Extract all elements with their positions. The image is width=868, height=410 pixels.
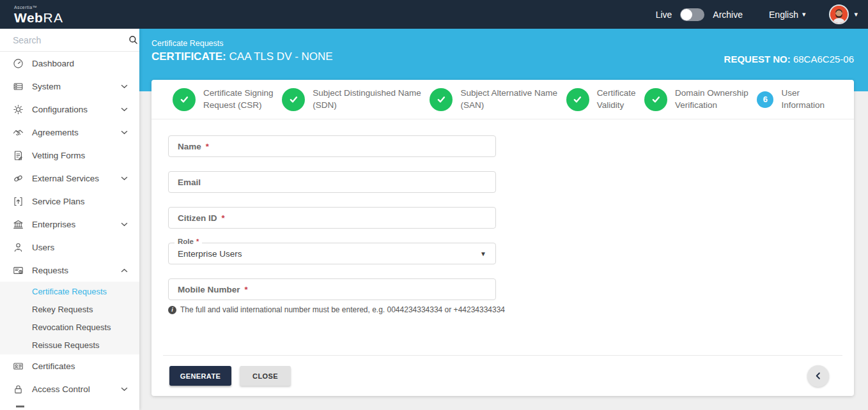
sidebar-search: [0, 29, 139, 52]
sidebar-item-configurations[interactable]: Configurations: [0, 98, 139, 121]
language-selector[interactable]: English ▾: [769, 10, 805, 20]
toggle-knob-icon: [681, 9, 692, 20]
step-label-line2: Information: [781, 100, 825, 112]
submenu-item-label: Reissue Requests: [32, 340, 100, 350]
back-button[interactable]: [807, 365, 829, 387]
request-number-label: REQUEST NO:: [724, 54, 791, 65]
top-navbar: Ascertia™ WebRA Live Archive English ▾: [0, 0, 868, 29]
name-field[interactable]: Name *: [168, 135, 496, 157]
step-domain-ownership[interactable]: Domain Ownership Verification: [644, 87, 748, 112]
email-field[interactable]: Email: [168, 171, 496, 193]
page-title: CERTIFICATE: CAA TLS DV - NONE: [151, 50, 333, 63]
step-label: User Information: [781, 87, 825, 112]
step-user-information[interactable]: 6 User Information: [757, 87, 825, 112]
step-sdn[interactable]: Subject Distinguished Name (SDN): [282, 87, 421, 112]
step-label-line1: Certificate Signing: [203, 87, 274, 100]
sidebar-item-dashboard[interactable]: Dashboard: [0, 52, 139, 75]
required-asterisk: *: [245, 285, 248, 294]
sidebar-item-rekey-requests[interactable]: Rekey Requests: [0, 300, 139, 318]
sidebar-item-label: Service Plans: [32, 197, 85, 206]
sidebar-item-external-services[interactable]: External Services: [0, 167, 139, 190]
sidebar-item-label: Enterprises: [32, 220, 75, 229]
sidebar-item-vetting-forms[interactable]: Vetting Forms: [0, 144, 139, 167]
search-icon[interactable]: [128, 35, 138, 45]
role-selected-value: Enterprise Users: [178, 249, 242, 259]
sidebar-item-requests[interactable]: Requests: [0, 259, 139, 282]
chevron-down-icon: [121, 222, 128, 227]
step-label-line1: Certificate: [597, 87, 636, 100]
sidebar-item-reissue-requests[interactable]: Reissue Requests: [0, 336, 139, 354]
brand-bold: Web: [14, 10, 43, 25]
mobile-number-field[interactable]: Mobile Number *: [168, 278, 496, 300]
step-label: Certificate Signing Request (CSR): [203, 87, 274, 112]
search-input[interactable]: [13, 35, 128, 45]
sidebar-item-access-control[interactable]: Access Control: [0, 377, 139, 400]
sidebar-item-certificate-requests[interactable]: Certificate Requests: [0, 282, 139, 300]
live-label: Live: [656, 10, 672, 20]
mobile-number-field-label: Mobile Number: [178, 285, 240, 294]
step-csr[interactable]: Certificate Signing Request (CSR): [173, 87, 274, 112]
sidebar-item-label: Certificates: [32, 361, 75, 371]
avatar: [829, 4, 849, 24]
step-label-line1: Subject Alternative Name: [460, 87, 557, 100]
role-label-text: Role: [178, 238, 194, 245]
sidebar-item-label: Configurations: [32, 105, 88, 114]
dashboard-icon: [13, 58, 24, 69]
sidebar-item-label: Users: [32, 243, 54, 252]
chevron-down-icon: [121, 84, 128, 89]
step-label-line2: Request (CSR): [203, 100, 274, 112]
breadcrumb: Certificate Requests: [151, 39, 333, 48]
required-asterisk: *: [222, 213, 225, 223]
user-information-form: Name * Email Citizen ID * Role* Enterpri…: [151, 119, 854, 314]
step-label: Subject Alternative Name (SAN): [460, 87, 557, 112]
document-pencil-icon: [13, 150, 24, 161]
sidebar-item-enterprises[interactable]: Enterprises: [0, 213, 139, 236]
sidebar-item-revocation-requests[interactable]: Revocation Requests: [0, 318, 139, 336]
submenu-item-label: Rekey Requests: [32, 305, 93, 314]
page-title-label: CERTIFICATE:: [151, 50, 226, 63]
sidebar-item-certificates[interactable]: Certificates: [0, 354, 139, 377]
step-label: Certificate Validity: [597, 87, 636, 112]
request-number-value: 68CA6C25-06: [793, 54, 854, 65]
step-san[interactable]: Subject Alternative Name (SAN): [430, 87, 557, 112]
request-card-icon: [13, 265, 24, 276]
page-title-value: CAA TLS DV - NONE: [229, 50, 333, 63]
generate-button[interactable]: GENERATE: [169, 366, 231, 386]
sidebar-item-agreements[interactable]: Agreements: [0, 121, 139, 144]
live-archive-toggle[interactable]: [680, 8, 704, 21]
step-done-check-icon: [282, 88, 305, 111]
language-label: English: [769, 10, 798, 20]
step-done-check-icon: [566, 88, 589, 111]
chevron-left-icon: [814, 371, 823, 381]
step-label-line1: Subject Distinguished Name: [313, 87, 421, 100]
sidebar-item-service-plans[interactable]: Service Plans: [0, 190, 139, 213]
main-content: Certificate Requests CERTIFICATE: CAA TL…: [139, 29, 868, 410]
clipped-menu-icon: [16, 406, 24, 407]
mobile-number-hint: i The full and valid international numbe…: [168, 305, 854, 314]
chevron-down-icon: [121, 130, 128, 135]
app-logo[interactable]: Ascertia™ WebRA: [14, 5, 64, 24]
info-icon: i: [168, 306, 176, 314]
required-asterisk: *: [196, 238, 199, 245]
step-done-check-icon: [173, 88, 196, 111]
bank-icon: [13, 219, 24, 230]
sidebar-item-system[interactable]: System: [0, 75, 139, 98]
brand-light: RA: [43, 10, 63, 25]
chevron-down-icon: [121, 387, 128, 391]
certificate-badge-icon: [13, 361, 24, 372]
handshake-icon: [13, 127, 24, 138]
step-certificate-validity[interactable]: Certificate Validity: [566, 87, 636, 112]
user-menu[interactable]: ▾: [829, 4, 858, 24]
sidebar-item-label: Access Control: [32, 384, 90, 394]
sidebar-item-partial[interactable]: [0, 406, 139, 407]
navbar-actions: Live Archive English ▾: [656, 4, 858, 24]
close-button[interactable]: CLOSE: [240, 366, 291, 386]
sidebar-item-label: External Services: [32, 174, 99, 183]
role-select[interactable]: Role* Enterprise Users ▼: [168, 243, 496, 264]
wizard-card: Certificate Signing Request (CSR) Subjec…: [151, 80, 854, 396]
required-asterisk: *: [206, 142, 209, 151]
citizen-id-field[interactable]: Citizen ID *: [168, 207, 496, 229]
wizard-stepper: Certificate Signing Request (CSR) Subjec…: [151, 80, 854, 119]
sidebar-item-label: System: [32, 82, 61, 91]
sidebar-item-users[interactable]: Users: [0, 236, 139, 259]
